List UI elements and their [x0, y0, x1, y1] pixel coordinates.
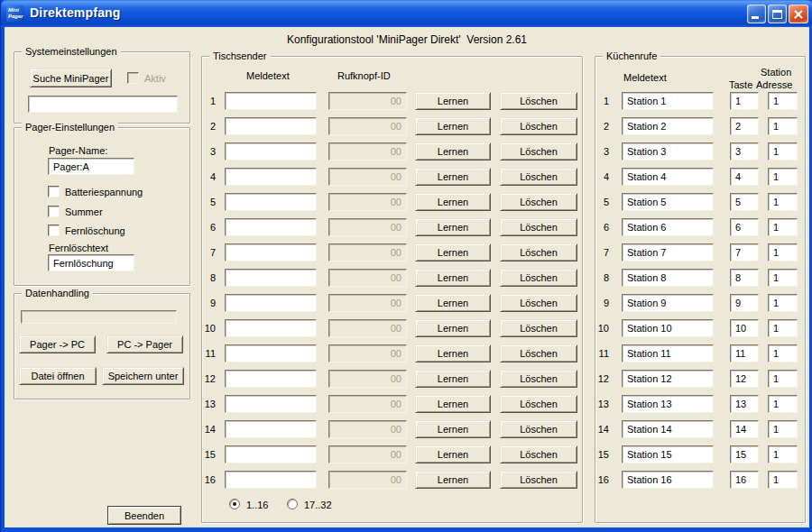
station-adresse-input[interactable]	[768, 193, 798, 211]
speichern-unter-button[interactable]: Speichern unter	[102, 367, 184, 385]
lernen-button[interactable]: Lernen	[415, 92, 491, 110]
station-meldetext-input[interactable]	[622, 319, 714, 337]
loeschen-button[interactable]: Löschen	[500, 344, 577, 362]
loeschen-button[interactable]: Löschen	[500, 168, 577, 186]
datei-oeffnen-button[interactable]: Datei öffnen	[19, 367, 97, 385]
station-adresse-input[interactable]	[768, 420, 798, 438]
meldetext-input[interactable]	[225, 168, 317, 186]
batteriespannung-checkbox[interactable]	[48, 186, 60, 197]
range-1-16-radio[interactable]	[229, 499, 240, 509]
station-adresse-input[interactable]	[768, 218, 798, 236]
beenden-button[interactable]: Beenden	[107, 506, 181, 525]
taste-input[interactable]	[730, 168, 759, 186]
meldetext-input[interactable]	[225, 471, 317, 489]
station-adresse-input[interactable]	[768, 142, 798, 161]
lernen-button[interactable]: Lernen	[415, 395, 491, 413]
taste-input[interactable]	[730, 420, 759, 438]
taste-input[interactable]	[730, 344, 759, 362]
taste-input[interactable]	[730, 319, 759, 337]
pager-to-pc-button[interactable]: Pager -> PC	[19, 335, 96, 353]
station-meldetext-input[interactable]	[622, 294, 714, 312]
station-adresse-input[interactable]	[768, 294, 798, 312]
station-adresse-input[interactable]	[768, 370, 798, 388]
loeschen-button[interactable]: Löschen	[500, 445, 577, 463]
station-meldetext-input[interactable]	[622, 92, 714, 110]
meldetext-input[interactable]	[225, 445, 317, 463]
station-adresse-input[interactable]	[768, 445, 798, 463]
station-meldetext-input[interactable]	[622, 370, 714, 388]
loeschen-button[interactable]: Löschen	[500, 193, 577, 211]
taste-input[interactable]	[730, 395, 759, 413]
loeschen-button[interactable]: Löschen	[500, 117, 577, 135]
lernen-button[interactable]: Lernen	[415, 420, 491, 438]
station-meldetext-input[interactable]	[622, 344, 714, 362]
taste-input[interactable]	[730, 294, 759, 312]
station-meldetext-input[interactable]	[622, 117, 714, 135]
station-meldetext-input[interactable]	[622, 193, 714, 211]
station-adresse-input[interactable]	[768, 269, 798, 287]
meldetext-input[interactable]	[225, 395, 317, 413]
taste-input[interactable]	[730, 142, 759, 161]
meldetext-input[interactable]	[225, 142, 317, 161]
pager-name-input[interactable]	[48, 158, 134, 175]
taste-input[interactable]	[730, 117, 759, 135]
meldetext-input[interactable]	[225, 193, 317, 211]
close-button[interactable]	[789, 5, 808, 23]
station-adresse-input[interactable]	[768, 117, 798, 135]
lernen-button[interactable]: Lernen	[415, 294, 491, 312]
loeschen-button[interactable]: Löschen	[500, 294, 577, 312]
summer-checkbox[interactable]	[48, 206, 60, 217]
station-meldetext-input[interactable]	[622, 142, 714, 161]
taste-input[interactable]	[730, 370, 759, 388]
lernen-button[interactable]: Lernen	[415, 344, 491, 362]
station-meldetext-input[interactable]	[622, 395, 714, 413]
lernen-button[interactable]: Lernen	[415, 370, 491, 388]
maximize-button[interactable]	[768, 5, 787, 23]
loeschen-button[interactable]: Löschen	[500, 269, 577, 287]
fernloeschtext-input[interactable]	[48, 254, 134, 271]
lernen-button[interactable]: Lernen	[415, 193, 491, 211]
lernen-button[interactable]: Lernen	[415, 168, 491, 186]
station-meldetext-input[interactable]	[622, 471, 714, 489]
loeschen-button[interactable]: Löschen	[500, 218, 577, 236]
meldetext-input[interactable]	[225, 319, 317, 337]
meldetext-input[interactable]	[225, 344, 317, 362]
lernen-button[interactable]: Lernen	[415, 218, 491, 236]
meldetext-input[interactable]	[225, 294, 317, 312]
station-meldetext-input[interactable]	[622, 168, 714, 186]
meldetext-input[interactable]	[225, 243, 317, 261]
taste-input[interactable]	[730, 193, 759, 211]
lernen-button[interactable]: Lernen	[415, 319, 491, 337]
station-adresse-input[interactable]	[768, 168, 798, 186]
station-meldetext-input[interactable]	[622, 420, 714, 438]
station-meldetext-input[interactable]	[622, 445, 714, 463]
taste-input[interactable]	[730, 269, 759, 287]
station-adresse-input[interactable]	[768, 319, 798, 337]
meldetext-input[interactable]	[225, 92, 317, 110]
station-adresse-input[interactable]	[768, 92, 798, 110]
loeschen-button[interactable]: Löschen	[500, 142, 577, 161]
station-meldetext-input[interactable]	[622, 269, 714, 287]
loeschen-button[interactable]: Löschen	[500, 395, 577, 413]
loeschen-button[interactable]: Löschen	[500, 420, 577, 438]
loeschen-button[interactable]: Löschen	[500, 243, 577, 261]
loeschen-button[interactable]: Löschen	[500, 471, 577, 489]
lernen-button[interactable]: Lernen	[415, 117, 491, 135]
fernloeschung-checkbox[interactable]	[48, 225, 60, 236]
meldetext-input[interactable]	[225, 370, 317, 388]
lernen-button[interactable]: Lernen	[415, 471, 491, 489]
lernen-button[interactable]: Lernen	[415, 445, 491, 463]
taste-input[interactable]	[730, 471, 759, 489]
pc-to-pager-button[interactable]: PC -> Pager	[106, 335, 183, 353]
meldetext-input[interactable]	[225, 218, 317, 236]
station-adresse-input[interactable]	[768, 395, 798, 413]
station-meldetext-input[interactable]	[622, 243, 714, 261]
meldetext-input[interactable]	[225, 117, 317, 135]
taste-input[interactable]	[730, 445, 759, 463]
station-adresse-input[interactable]	[768, 344, 798, 362]
minimize-button[interactable]	[747, 5, 766, 23]
taste-input[interactable]	[730, 218, 759, 236]
station-meldetext-input[interactable]	[622, 218, 714, 236]
taste-input[interactable]	[730, 243, 759, 261]
station-adresse-input[interactable]	[768, 471, 798, 489]
